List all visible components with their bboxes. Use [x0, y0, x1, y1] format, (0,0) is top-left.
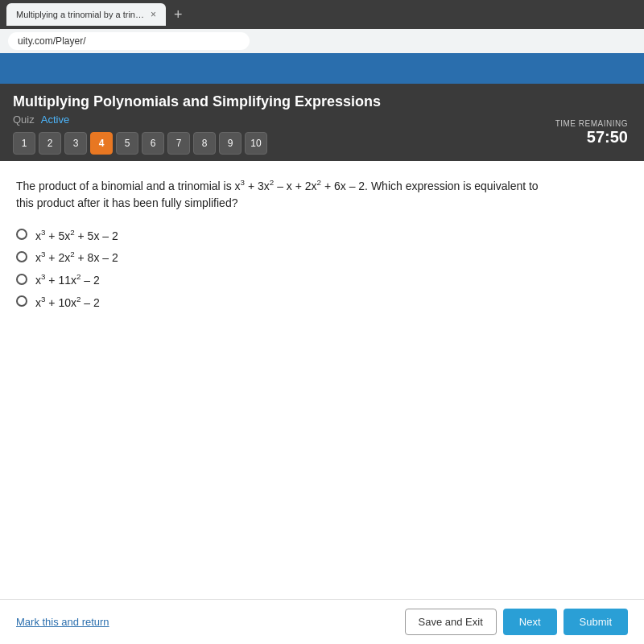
time-label: TIME REMAINING — [555, 119, 628, 128]
nav-btn-7[interactable]: 7 — [167, 132, 190, 155]
address-bar-row: uity.com/Player/ — [0, 29, 644, 53]
option-d[interactable]: x3 + 10x2 – 2 — [16, 295, 628, 309]
option-c-label: x3 + 11x2 – 2 — [35, 272, 100, 287]
time-value: 57:50 — [555, 128, 628, 147]
tab-title: Multiplying a trinomial by a trin… — [16, 10, 144, 19]
option-b-label: x3 + 2x2 + 8x – 2 — [35, 250, 118, 264]
answer-options: x3 + 5x2 + 5x – 2 x3 + 2x2 + 8x – 2 x3 +… — [16, 228, 628, 309]
nav-btn-5[interactable]: 5 — [116, 132, 138, 155]
mark-return-link[interactable]: Mark this and return — [16, 616, 109, 628]
quiz-subtitle-row: Quiz Active — [13, 114, 631, 126]
radio-b[interactable] — [16, 251, 27, 262]
nav-btn-4[interactable]: 4 — [90, 132, 113, 155]
submit-button[interactable]: Submit — [564, 609, 628, 635]
app-header — [0, 53, 644, 84]
bottom-bar: Mark this and return Save and Exit Next … — [0, 599, 644, 644]
option-d-label: x3 + 10x2 – 2 — [35, 295, 100, 309]
browser-chrome: Multiplying a trinomial by a trin… × + — [0, 0, 644, 29]
radio-a[interactable] — [16, 229, 27, 240]
next-button[interactable]: Next — [503, 609, 557, 635]
nav-btn-2[interactable]: 2 — [39, 132, 61, 155]
question-nav: 1 2 3 4 5 6 7 8 9 10 — [13, 132, 631, 155]
new-tab-icon[interactable]: + — [174, 6, 183, 23]
quiz-title: Multiplying Polynomials and Simplifying … — [13, 93, 631, 110]
bottom-buttons: Save and Exit Next Submit — [405, 609, 628, 635]
nav-btn-6[interactable]: 6 — [142, 132, 164, 155]
nav-btn-9[interactable]: 9 — [219, 132, 242, 155]
url-text: uity.com/Player/ — [18, 35, 85, 47]
nav-btn-10[interactable]: 10 — [245, 132, 267, 155]
radio-d[interactable] — [16, 295, 27, 307]
option-c[interactable]: x3 + 11x2 – 2 — [16, 272, 628, 287]
quiz-header: Multiplying Polynomials and Simplifying … — [0, 84, 644, 161]
save-exit-button[interactable]: Save and Exit — [405, 609, 497, 635]
tab-close-icon[interactable]: × — [151, 9, 156, 20]
nav-btn-3[interactable]: 3 — [64, 132, 87, 155]
main-content: Multiplying Polynomials and Simplifying … — [0, 84, 644, 644]
radio-c[interactable] — [16, 274, 27, 285]
question-area: The product of a binomial and a trinomia… — [0, 161, 644, 644]
option-b[interactable]: x3 + 2x2 + 8x – 2 — [16, 250, 628, 264]
question-text: The product of a binomial and a trinomia… — [16, 177, 539, 212]
time-remaining: TIME REMAINING 57:50 — [555, 119, 628, 147]
option-a[interactable]: x3 + 5x2 + 5x – 2 — [16, 228, 628, 242]
address-bar[interactable]: uity.com/Player/ — [8, 32, 250, 50]
nav-btn-8[interactable]: 8 — [193, 132, 216, 155]
quiz-label: Quiz — [13, 114, 35, 126]
nav-btn-1[interactable]: 1 — [13, 132, 35, 155]
option-a-label: x3 + 5x2 + 5x – 2 — [35, 228, 118, 242]
quiz-status: Active — [41, 114, 69, 126]
browser-tab[interactable]: Multiplying a trinomial by a trin… × — [6, 3, 166, 26]
